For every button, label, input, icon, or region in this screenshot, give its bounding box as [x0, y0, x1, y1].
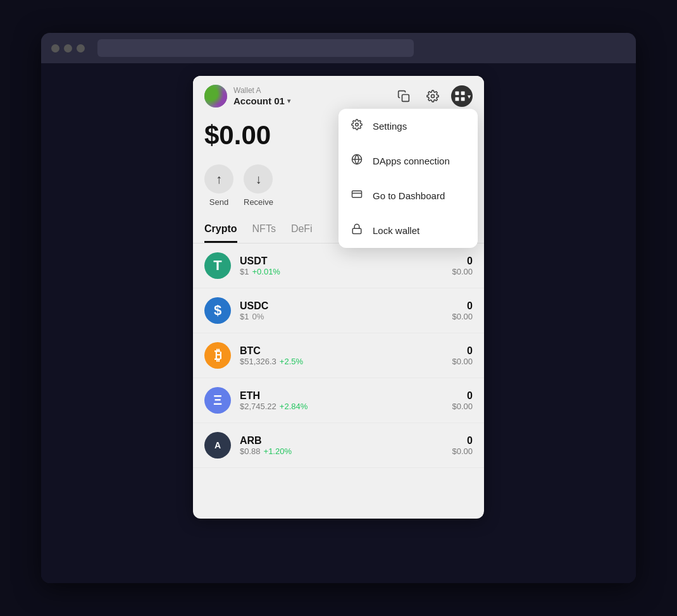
- send-label: Send: [209, 197, 228, 207]
- eth-change: +2.84%: [280, 402, 307, 411]
- wallet-header: Wallet A Account 01 ▾: [193, 76, 484, 114]
- arb-change: +1.20%: [264, 447, 292, 456]
- btc-amount: 0: [452, 345, 473, 357]
- header-icons: ▾: [393, 85, 473, 107]
- usdt-usd: $0.00: [452, 267, 473, 276]
- svg-point-6: [356, 123, 359, 126]
- usdt-symbol: USDT: [240, 256, 443, 267]
- eth-price: $2,745.22 +2.84%: [240, 402, 443, 411]
- dropdown-lock[interactable]: Lock wallet: [338, 213, 478, 248]
- dropdown-settings[interactable]: Settings: [338, 109, 478, 144]
- account-name-group: Wallet A Account 01 ▾: [233, 86, 290, 106]
- usdc-price: $1 0%: [240, 312, 443, 321]
- arb-balance: 0 $0.00: [452, 435, 473, 456]
- card-icon: [350, 188, 364, 203]
- usdc-price-value: $1: [240, 312, 249, 321]
- receive-label: Receive: [244, 197, 273, 207]
- btc-info: BTC $51,326.3 +2.5%: [240, 345, 443, 366]
- tab-crypto[interactable]: Crypto: [204, 223, 237, 243]
- browser-content: Wallet A Account 01 ▾: [41, 63, 636, 583]
- svg-rect-5: [461, 97, 464, 101]
- lock-label: Lock wallet: [373, 225, 419, 236]
- btc-price-value: $51,326.3: [240, 357, 276, 366]
- svg-rect-11: [352, 228, 361, 233]
- tab-defi[interactable]: DeFi: [291, 223, 313, 243]
- send-button[interactable]: ↑ Send: [204, 164, 233, 207]
- usdt-icon: T: [204, 252, 231, 279]
- chevron-down-icon: ▾: [287, 97, 290, 104]
- crypto-row-btc[interactable]: ₿ BTC $51,326.3 +2.5% 0 $0.00: [193, 333, 484, 378]
- crypto-row-eth[interactable]: Ξ ETH $2,745.22 +2.84% 0 $0.00: [193, 378, 484, 423]
- arb-info: ARB $0.88 +1.20%: [240, 435, 443, 456]
- svg-rect-0: [402, 95, 409, 102]
- usdt-info: USDT $1 +0.01%: [240, 256, 443, 276]
- dot-close: [51, 44, 59, 52]
- wallet-label: Wallet A: [233, 86, 290, 95]
- grid-menu-button[interactable]: ▾: [451, 85, 473, 107]
- usdc-usd: $0.00: [452, 312, 473, 321]
- address-bar[interactable]: [97, 39, 414, 57]
- crypto-row-usdt[interactable]: T USDT $1 +0.01% 0 $0.00: [193, 243, 484, 288]
- arb-price-value: $0.88: [240, 447, 261, 456]
- svg-rect-2: [455, 92, 459, 95]
- svg-rect-3: [461, 92, 464, 95]
- dot-maximize: [77, 44, 85, 52]
- lock-icon: [350, 223, 364, 238]
- usdc-symbol: USDC: [240, 300, 443, 312]
- tab-nfts[interactable]: NFTs: [252, 223, 276, 243]
- receive-icon: ↓: [244, 164, 273, 194]
- dropdown-dashboard[interactable]: Go to Dashboard: [338, 178, 478, 213]
- receive-button[interactable]: ↓ Receive: [244, 164, 273, 207]
- usdt-price-value: $1: [240, 267, 249, 276]
- eth-symbol: ETH: [240, 390, 443, 402]
- wallet-panel: Wallet A Account 01 ▾: [193, 76, 484, 519]
- arb-usd: $0.00: [452, 447, 473, 456]
- btc-balance: 0 $0.00: [452, 345, 473, 366]
- crypto-list: T USDT $1 +0.01% 0 $0.00 $: [193, 243, 484, 468]
- usdc-icon: $: [204, 297, 231, 324]
- settings-button[interactable]: [422, 85, 444, 107]
- copy-button[interactable]: [393, 85, 414, 107]
- usdc-balance: 0 $0.00: [452, 300, 473, 321]
- usdt-amount: 0: [452, 256, 473, 267]
- arb-icon: A: [204, 432, 231, 459]
- eth-amount: 0: [452, 390, 473, 402]
- svg-rect-9: [352, 191, 362, 198]
- svg-point-1: [432, 95, 435, 98]
- browser-window: Wallet A Account 01 ▾: [41, 33, 636, 583]
- globe-icon: [350, 154, 364, 168]
- usdc-change: 0%: [252, 312, 264, 321]
- usdt-balance: 0 $0.00: [452, 256, 473, 276]
- usdt-change: +0.01%: [252, 267, 280, 276]
- eth-price-value: $2,745.22: [240, 402, 276, 411]
- dropdown-menu: Settings DApps connection: [338, 109, 478, 248]
- eth-usd: $0.00: [452, 402, 473, 411]
- btc-symbol: BTC: [240, 345, 443, 357]
- send-icon: ↑: [204, 164, 233, 194]
- usdt-price: $1 +0.01%: [240, 267, 443, 276]
- settings-label: Settings: [373, 121, 407, 132]
- crypto-row-usdc[interactable]: $ USDC $1 0% 0 $0.00: [193, 288, 484, 333]
- settings-icon: [350, 119, 364, 133]
- dapps-label: DApps connection: [373, 156, 450, 166]
- arb-price: $0.88 +1.20%: [240, 447, 443, 456]
- wallet-account: Wallet A Account 01 ▾: [204, 85, 290, 108]
- eth-icon: Ξ: [204, 387, 231, 414]
- menu-chevron-icon: ▾: [468, 93, 471, 100]
- svg-rect-4: [455, 97, 459, 101]
- dot-minimize: [64, 44, 72, 52]
- avatar: [204, 85, 227, 108]
- account-selector[interactable]: Account 01 ▾: [233, 95, 290, 106]
- crypto-row-arb[interactable]: A ARB $0.88 +1.20% 0 $0.00: [193, 423, 484, 468]
- btc-price: $51,326.3 +2.5%: [240, 357, 443, 366]
- eth-balance: 0 $0.00: [452, 390, 473, 411]
- eth-info: ETH $2,745.22 +2.84%: [240, 390, 443, 411]
- browser-titlebar: [41, 33, 636, 63]
- browser-dots: [51, 44, 85, 52]
- arb-amount: 0: [452, 435, 473, 447]
- btc-icon: ₿: [204, 342, 231, 369]
- btc-usd: $0.00: [452, 357, 473, 366]
- dropdown-dapps[interactable]: DApps connection: [338, 144, 478, 178]
- btc-change: +2.5%: [280, 357, 303, 366]
- dashboard-label: Go to Dashboard: [373, 190, 445, 201]
